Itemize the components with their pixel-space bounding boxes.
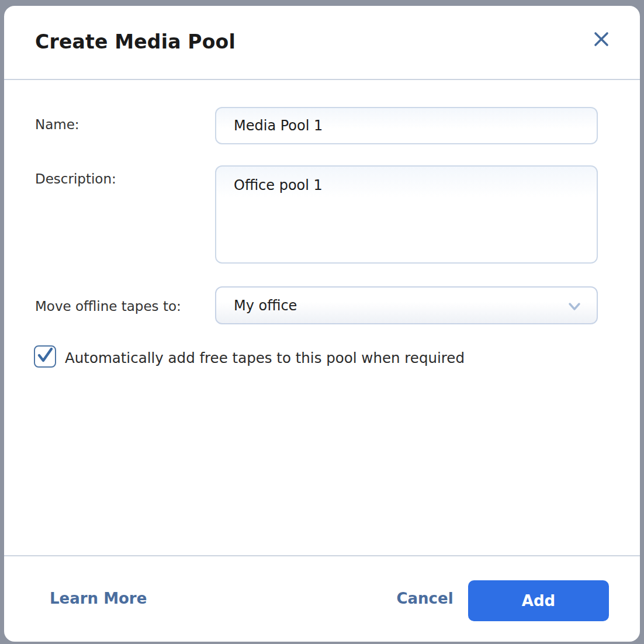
create-media-pool-dialog: Create Media Pool Name: Description: Off… bbox=[4, 6, 640, 642]
cancel-button[interactable]: Cancel bbox=[378, 590, 472, 607]
name-input[interactable] bbox=[215, 107, 598, 144]
dialog-header: Create Media Pool bbox=[4, 6, 640, 80]
checkmark-icon bbox=[35, 348, 55, 365]
learn-more-link[interactable]: Learn More bbox=[50, 590, 147, 607]
move-offline-tapes-label: Move offline tapes to: bbox=[35, 299, 181, 314]
description-input[interactable]: Office pool 1 bbox=[215, 165, 598, 264]
close-icon bbox=[591, 29, 611, 51]
move-offline-tapes-select[interactable]: My office bbox=[215, 286, 598, 324]
description-label: Description: bbox=[35, 171, 116, 186]
footer-divider bbox=[4, 555, 640, 556]
chevron-down-icon bbox=[565, 298, 584, 317]
close-button[interactable] bbox=[587, 26, 615, 54]
add-button[interactable]: Add bbox=[468, 580, 609, 621]
dialog-title: Create Media Pool bbox=[35, 30, 236, 53]
select-value: My office bbox=[234, 297, 297, 314]
auto-add-checkbox[interactable] bbox=[34, 345, 56, 368]
auto-add-label: Automatically add free tapes to this poo… bbox=[65, 349, 465, 366]
name-label: Name: bbox=[35, 117, 79, 132]
